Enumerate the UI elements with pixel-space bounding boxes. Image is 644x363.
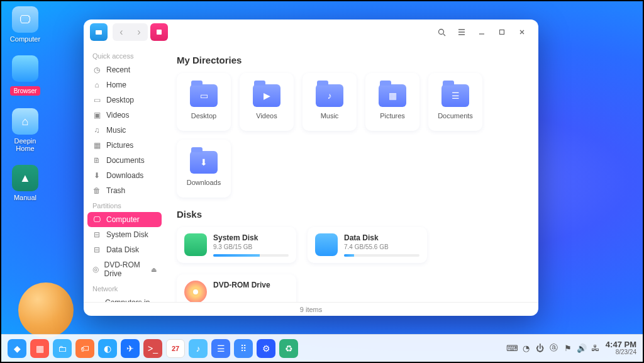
sidebar-item-label: Data Disk	[106, 245, 139, 254]
taskbar-app-calendar[interactable]: 27	[166, 339, 185, 358]
taskbar-app-notes[interactable]: ☰	[211, 339, 230, 358]
pictures-icon: ▦	[92, 141, 101, 150]
svg-line-3	[443, 34, 445, 36]
sidebar-item-lan[interactable]: 🖧Computers in LAN	[87, 295, 162, 302]
desktop-label: Manual	[5, 194, 45, 201]
disk-size: 7.4 GB/55.6 GB	[344, 243, 419, 250]
folder-icon: ☰	[441, 84, 469, 107]
taskbar-app-settings[interactable]: ⚙	[257, 339, 275, 358]
home-icon: ⌂	[92, 81, 101, 89]
taskbar-app-browser[interactable]: ◐	[98, 339, 117, 358]
data-disk-icon: ⊟	[92, 245, 101, 254]
notify-icon[interactable]: ⚑	[563, 343, 573, 353]
sidebar-item-desktop[interactable]: ▭Desktop	[87, 92, 162, 108]
dir-label: Videos	[256, 112, 277, 120]
disk-icon	[184, 233, 207, 256]
sidebar-item-label: Downloads	[106, 171, 143, 180]
disk-card-dvd-rom-drive[interactable]: DVD-ROM Drive	[177, 274, 296, 302]
dir-card-videos[interactable]: ▶Videos	[240, 73, 294, 131]
dir-card-downloads[interactable]: ⬇Downloads	[177, 140, 231, 198]
nav-group: ‹ ›	[113, 23, 148, 41]
svg-rect-0	[96, 30, 102, 35]
eject-icon[interactable]: ⏏	[151, 266, 157, 273]
svg-point-2	[438, 29, 443, 34]
disk-label: DVD-ROM Drive	[213, 281, 289, 289]
forward-button[interactable]: ›	[130, 23, 148, 41]
dir-label: Music	[321, 112, 339, 120]
sidebar-item-videos[interactable]: ▣Videos	[87, 108, 162, 123]
sidebar-item-label: Pictures	[106, 141, 133, 150]
sidebar-item-home[interactable]: ⌂Home	[87, 77, 162, 92]
folder-icon: ▦	[379, 84, 406, 107]
decoration-ball	[18, 282, 74, 338]
section-header-disks: Disks	[177, 209, 527, 220]
sidebar-item-dvd-rom[interactable]: ◎DVD-ROM Drive⏏	[87, 257, 162, 281]
manual-icon: ▲	[12, 165, 38, 191]
computer-icon: 🖵	[92, 215, 101, 224]
disk-card-data-disk[interactable]: Data Disk7.4 GB/55.6 GB	[308, 227, 427, 263]
taskbar-app-tag[interactable]: 🏷	[75, 339, 94, 358]
desktop-label: Deepin Home	[5, 137, 45, 152]
disk-icon	[184, 281, 207, 302]
sidebar-item-trash[interactable]: 🗑Trash	[87, 183, 162, 198]
sidebar-item-label: DVD-ROM Drive	[104, 260, 147, 278]
system-disk-icon: ⊟	[92, 230, 101, 239]
taskbar-app-files[interactable]: 🗀	[53, 339, 72, 358]
sidebar-item-downloads[interactable]: ⬇Downloads	[87, 168, 162, 183]
clock[interactable]: 4:47 PM 8/23/24	[606, 340, 636, 355]
desktop-icon-manual[interactable]: ▲Manual	[5, 165, 45, 201]
taskbar-app-launcher[interactable]: ◆	[8, 339, 26, 358]
dir-label: Desktop	[191, 112, 216, 120]
desktop-icon-computer[interactable]: 🖵Computer	[5, 6, 45, 43]
section-header-directories: My Directories	[177, 55, 527, 65]
clock-date: 8/23/24	[606, 349, 636, 356]
sidebar-item-data-disk[interactable]: ⊟Data Disk	[87, 242, 162, 257]
dir-card-pictures[interactable]: ▦Pictures	[365, 73, 419, 131]
sidebar-header: Quick access	[87, 48, 162, 62]
keyboard-icon[interactable]: ⌨	[508, 343, 518, 353]
power-icon[interactable]: ⏻	[535, 343, 545, 353]
volume-icon[interactable]: 🔊	[577, 343, 587, 353]
back-button[interactable]: ‹	[113, 23, 130, 41]
taskbar-app-music-app[interactable]: ♪	[189, 339, 208, 358]
sidebar-item-recent[interactable]: ◷Recent	[87, 62, 162, 77]
search-icon[interactable]	[431, 22, 452, 42]
app-icon[interactable]	[90, 23, 108, 41]
close-button[interactable]	[512, 22, 532, 42]
taskbar-app-recycle[interactable]: ♻	[279, 339, 298, 358]
desktop-icon-browser[interactable]: Browser	[5, 55, 45, 96]
sidebar-item-pictures[interactable]: ▦Pictures	[87, 138, 162, 153]
disk-usage-bar	[213, 254, 289, 257]
svg-rect-5	[500, 30, 504, 35]
sidebar-item-documents[interactable]: 🗎Documents	[87, 153, 162, 168]
accessibility-icon[interactable]: ⓐ	[549, 343, 559, 353]
menu-icon[interactable]	[452, 22, 472, 42]
dir-card-music[interactable]: ♪Music	[303, 73, 357, 131]
desktop-label: Computer	[5, 35, 45, 43]
minimize-button[interactable]	[472, 22, 492, 42]
disk-label: System Disk	[213, 233, 289, 242]
view-mode-button[interactable]	[150, 23, 168, 41]
status-text: 9 items	[300, 306, 322, 313]
sidebar-item-computer[interactable]: 🖵Computer	[87, 212, 162, 227]
network-icon[interactable]: 🖧	[591, 343, 601, 353]
sidebar-item-system-disk[interactable]: ⊟System Disk	[87, 227, 162, 242]
clock-icon[interactable]: ◔	[521, 343, 531, 353]
dir-card-desktop[interactable]: ▭Desktop	[177, 73, 231, 131]
taskbar-app-apps[interactable]: ⠿	[234, 339, 253, 358]
disk-card-system-disk[interactable]: System Disk9.3 GB/15 GB	[177, 227, 296, 263]
taskbar-app-multitask[interactable]: ▦	[30, 339, 49, 358]
sidebar: Quick access◷Recent⌂Home▭Desktop▣Videos♫…	[84, 45, 165, 302]
folder-icon: ▭	[190, 84, 218, 107]
maximize-button[interactable]	[492, 22, 512, 42]
desktop-icon: ▭	[92, 96, 101, 104]
svg-rect-1	[157, 30, 162, 35]
taskbar-app-terminal[interactable]: >_	[143, 339, 162, 358]
deepin-home-icon: ⌂	[12, 108, 38, 135]
sidebar-item-music[interactable]: ♫Music	[87, 123, 162, 138]
sidebar-item-label: Desktop	[106, 96, 134, 104]
dir-label: Downloads	[187, 179, 221, 186]
dir-card-documents[interactable]: ☰Documents	[428, 73, 482, 131]
taskbar-app-mail[interactable]: ✈	[121, 339, 140, 358]
desktop-icon-deepin-home[interactable]: ⌂Deepin Home	[5, 108, 45, 152]
